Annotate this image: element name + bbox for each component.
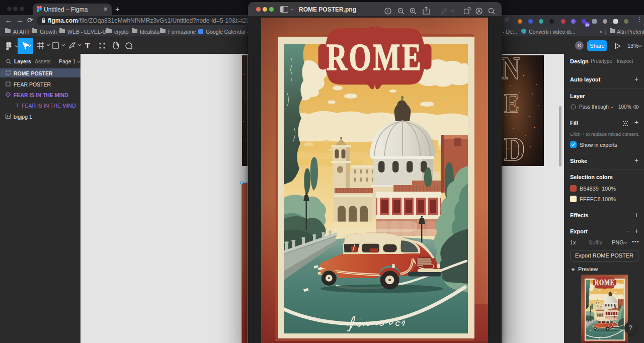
svg-text:E: E [504, 88, 519, 119]
svg-text:D: D [504, 130, 525, 166]
svg-text:N: N [502, 55, 520, 86]
